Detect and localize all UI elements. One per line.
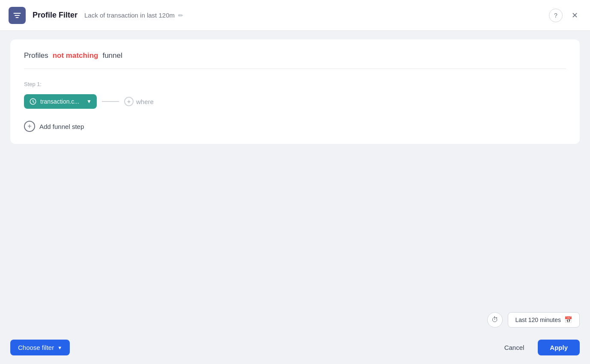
- where-button[interactable]: + where: [124, 97, 154, 106]
- help-label: ?: [554, 12, 557, 19]
- choose-filter-chevron-icon: ▼: [57, 345, 62, 350]
- not-matching-label: not matching: [53, 51, 98, 60]
- where-label: where: [136, 98, 154, 105]
- step-row: transaction.c... ▼ + where: [24, 94, 566, 109]
- step-section: Step 1: transaction.c... ▼ + where: [24, 69, 566, 132]
- time-range-label: Last 120 minutes: [515, 316, 561, 323]
- help-icon[interactable]: ?: [549, 9, 563, 22]
- time-range-button[interactable]: Last 120 minutes 📅: [508, 312, 580, 328]
- add-funnel-plus-icon: +: [24, 121, 35, 132]
- clock-icon[interactable]: ⏱: [487, 312, 503, 328]
- footer-actions: Cancel Apply: [496, 340, 580, 355]
- profiles-label: Profiles: [24, 51, 48, 60]
- add-funnel-label: Add funnel step: [39, 123, 84, 130]
- transaction-chevron-icon: ▼: [86, 98, 92, 104]
- step-label: Step 1:: [24, 81, 566, 87]
- where-plus-icon: +: [124, 97, 134, 106]
- profiles-header: Profiles not matching funnel: [24, 51, 566, 69]
- choose-filter-label: Choose filter: [18, 344, 54, 351]
- filter-icon[interactable]: [9, 7, 26, 24]
- close-label: ✕: [572, 11, 578, 20]
- bottom-bar: Choose filter ▼ Cancel Apply: [0, 334, 590, 364]
- header-subtitle: Lack of transaction in last 120m: [84, 12, 175, 19]
- profiles-card: Profiles not matching funnel Step 1: tra…: [10, 39, 580, 144]
- edit-icon[interactable]: ✏: [178, 12, 183, 19]
- header: Profile Filter Lack of transaction in la…: [0, 0, 590, 31]
- main-content: Profiles not matching funnel Step 1: tra…: [0, 31, 590, 305]
- choose-filter-button[interactable]: Choose filter ▼: [10, 340, 70, 355]
- transaction-dropdown[interactable]: transaction.c... ▼: [24, 94, 97, 109]
- close-icon[interactable]: ✕: [568, 9, 581, 22]
- add-funnel-step-button[interactable]: + Add funnel step: [24, 121, 566, 132]
- step-connector: [102, 101, 119, 102]
- apply-button[interactable]: Apply: [538, 340, 580, 355]
- funnel-label: funnel: [102, 51, 122, 60]
- cancel-button[interactable]: Cancel: [496, 340, 533, 355]
- transaction-label: transaction.c...: [40, 98, 83, 105]
- page-title: Profile Filter: [33, 11, 77, 20]
- calendar-icon: 📅: [564, 316, 572, 324]
- time-section: ⏱ Last 120 minutes 📅: [0, 305, 590, 334]
